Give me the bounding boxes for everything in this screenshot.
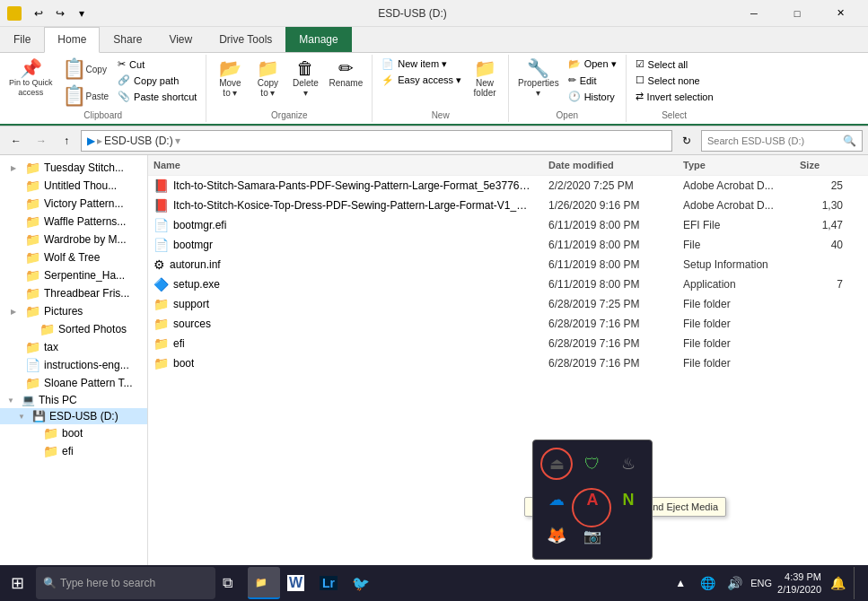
select-all-button[interactable]: ☑ Select all xyxy=(632,57,717,72)
steam-tray-icon[interactable]: ♨ xyxy=(612,448,644,480)
waterfox-tray-icon[interactable]: 🦊 xyxy=(540,519,573,552)
rename-button[interactable]: ✏ Rename xyxy=(325,57,366,91)
volume-icon[interactable]: 🔊 xyxy=(723,572,745,594)
file-row[interactable]: 📕 Itch-to-Stitch-Samara-Pants-PDF-Sewing… xyxy=(148,176,868,196)
sidebar-label: This PC xyxy=(39,394,77,406)
greenshot-tray-icon[interactable]: 📷 xyxy=(576,519,609,552)
cut-button[interactable]: ✂ Cut xyxy=(114,57,200,72)
search-taskbar[interactable]: 🔍 Type here to search xyxy=(36,567,215,599)
copy-button[interactable]: 📋 Copy xyxy=(58,57,113,82)
sidebar-item-efi[interactable]: 📁 efi xyxy=(0,442,147,460)
sidebar-item-instructions[interactable]: 📄 instructions-eng... xyxy=(0,356,147,374)
tab-drive-tools[interactable]: Drive Tools xyxy=(206,27,285,52)
usb-eject-tray-icon[interactable]: ⏏ xyxy=(540,448,573,480)
tab-view[interactable]: View xyxy=(155,27,206,52)
history-button[interactable]: 🕐 History xyxy=(565,89,620,104)
file-row[interactable]: 📁 support 6/28/2019 7:25 PM File folder xyxy=(148,294,868,314)
sidebar-item-untitled[interactable]: 📁 Untitled Thou... xyxy=(0,177,147,195)
open-button[interactable]: 📂 Open ▾ xyxy=(565,57,620,72)
sidebar-item-wolf[interactable]: 📁 Wolf & Tree xyxy=(0,248,147,266)
maximize-button[interactable]: □ xyxy=(776,0,818,27)
sidebar-item-tuesday[interactable]: ▶ 📁 Tuesday Stitch... xyxy=(0,159,147,177)
tab-manage[interactable]: Manage xyxy=(285,27,351,52)
easy-access-button[interactable]: ⚡ Easy access ▾ xyxy=(378,73,465,88)
file-row[interactable]: 📄 bootmgr.efi 6/11/2019 8:00 PM EFI File… xyxy=(148,215,868,235)
sidebar-item-sorted-photos[interactable]: 📁 Sorted Photos xyxy=(0,320,147,338)
close-button[interactable]: ✕ xyxy=(820,0,861,27)
network-icon[interactable]: 🌐 xyxy=(697,572,718,594)
acrobat-tray-icon[interactable]: A xyxy=(576,483,609,516)
shield-tray-icon[interactable]: 🛡 xyxy=(576,448,609,480)
search-bar[interactable]: 🔍 xyxy=(701,130,863,152)
file-row[interactable]: 📁 boot 6/28/2019 7:16 PM File folder xyxy=(148,353,868,373)
new-folder-button[interactable]: 📁 Newfolder xyxy=(467,57,503,100)
tab-file[interactable]: File xyxy=(0,27,44,52)
header-date[interactable]: Date modified xyxy=(543,157,678,173)
move-to-button[interactable]: 📂 Moveto ▾ xyxy=(212,57,248,100)
notifications-icon[interactable]: 🔔 xyxy=(827,572,848,594)
copy-to-button[interactable]: 📁 Copyto ▾ xyxy=(250,57,285,100)
explorer-taskbar-btn[interactable]: 📁 xyxy=(248,567,280,599)
swift-taskbar-btn[interactable]: 🐦 xyxy=(345,567,377,599)
qat-dropdown[interactable]: ▾ xyxy=(72,4,92,23)
sidebar-item-this-pc[interactable]: ▼ 💻 This PC xyxy=(0,392,147,408)
sidebar-item-pictures[interactable]: ▶ 📁 Pictures xyxy=(0,302,147,320)
search-icon[interactable]: 🔍 xyxy=(843,135,856,147)
file-row[interactable]: 📕 Itch-to-Stitch-Kosice-Top-Dress-PDF-Se… xyxy=(148,196,868,215)
paste-shortcut-button[interactable]: 📎 Paste shortcut xyxy=(114,89,200,104)
tray-chevron-button[interactable]: ▲ xyxy=(670,572,691,594)
minimize-button[interactable]: ─ xyxy=(733,0,775,27)
back-button[interactable]: ← xyxy=(5,130,27,152)
breadcrumb-dropdown[interactable]: ▾ xyxy=(175,135,180,147)
onedrive-tray-icon[interactable]: ☁ xyxy=(540,483,573,516)
file-name: boot xyxy=(173,357,194,370)
search-input[interactable] xyxy=(707,135,839,146)
sidebar-item-serpentine[interactable]: 📁 Serpentine_Ha... xyxy=(0,266,147,284)
file-row[interactable]: 📁 sources 6/28/2019 7:16 PM File folder xyxy=(148,314,868,334)
qat-undo[interactable]: ↩ xyxy=(29,4,48,23)
nvidia-tray-icon[interactable]: N xyxy=(612,483,644,516)
start-button[interactable]: ⊞ xyxy=(4,567,36,599)
qat-redo[interactable]: ↪ xyxy=(50,4,70,23)
address-bar[interactable]: ▶ ▸ ESD-USB (D:) ▾ xyxy=(81,130,672,152)
word-taskbar-btn[interactable]: W xyxy=(280,567,312,599)
copy-path-button[interactable]: 🔗 Copy path xyxy=(114,73,200,88)
taskbar-right: ▲ 🌐 🔊 ENG 4:39 PM 2/19/2020 🔔 xyxy=(670,567,864,599)
time-display[interactable]: 4:39 PM 2/19/2020 xyxy=(777,571,821,597)
tab-home[interactable]: Home xyxy=(44,27,100,53)
invert-selection-button[interactable]: ⇄ Invert selection xyxy=(632,89,717,104)
sidebar-item-waffle[interactable]: 📁 Waffle Patterns... xyxy=(0,213,147,231)
properties-button[interactable]: 🔧 Properties▾ xyxy=(514,57,563,100)
up-button[interactable]: ↑ xyxy=(56,130,77,152)
ribbon-group-clipboard: 📌 Pin to Quickaccess 📋 Copy 📋 Paste xyxy=(0,55,206,122)
delete-button[interactable]: 🗑 Delete▾ xyxy=(287,57,323,100)
show-desktop-button[interactable] xyxy=(854,567,857,599)
sidebar-item-threadbear[interactable]: 📁 Threadbear Fris... xyxy=(0,284,147,302)
sidebar-item-wardrobe[interactable]: 📁 Wardrobe by M... xyxy=(0,231,147,248)
sidebar-item-victory[interactable]: 📁 Victory Pattern... xyxy=(0,195,147,213)
pin-quick-access-button[interactable]: 📌 Pin to Quickaccess xyxy=(5,57,57,100)
file-row[interactable]: ⚙ autorun.inf 6/11/2019 8:00 PM Setup In… xyxy=(148,255,868,274)
sidebar-item-boot[interactable]: 📁 boot xyxy=(0,424,147,442)
task-view-button[interactable]: ⧉ xyxy=(215,567,248,599)
breadcrumb-thispc[interactable]: ▶ xyxy=(87,135,95,147)
header-type[interactable]: Type xyxy=(678,157,794,173)
language-indicator[interactable]: ENG xyxy=(750,578,772,588)
file-row[interactable]: 📁 efi 6/28/2019 7:16 PM File folder xyxy=(148,334,868,353)
file-size xyxy=(794,263,848,266)
tab-share[interactable]: Share xyxy=(100,27,155,52)
refresh-button[interactable]: ↻ xyxy=(676,130,697,152)
header-name[interactable]: Name xyxy=(148,157,543,173)
file-row[interactable]: 📄 bootmgr 6/11/2019 8:00 PM File 40 xyxy=(148,235,868,255)
file-row[interactable]: 🔷 setup.exe 6/11/2019 8:00 PM Applicatio… xyxy=(148,274,868,294)
paste-button[interactable]: 📋 Paste xyxy=(58,83,113,109)
edit-button[interactable]: ✏ Edit xyxy=(565,73,620,88)
select-none-button[interactable]: ☐ Select none xyxy=(632,73,717,88)
forward-button[interactable]: → xyxy=(31,130,52,152)
sidebar-item-sloane[interactable]: 📁 Sloane Pattern T... xyxy=(0,374,147,392)
sidebar-item-tax[interactable]: 📁 tax xyxy=(0,338,147,356)
lr-taskbar-btn[interactable]: Lr xyxy=(312,567,345,599)
new-item-button[interactable]: 📄 New item ▾ xyxy=(378,57,465,72)
sidebar-item-esd-usb[interactable]: ▼ 💾 ESD-USB (D:) xyxy=(0,408,147,424)
header-size[interactable]: Size xyxy=(794,157,848,173)
